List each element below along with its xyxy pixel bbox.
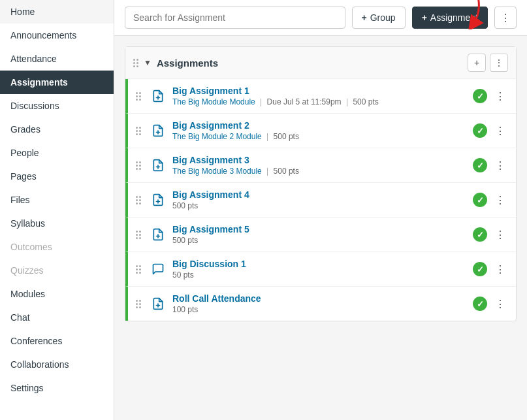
section-actions: + ⋮ (468, 54, 508, 72)
row-more-button[interactable]: ⋮ (492, 296, 508, 312)
table-row: Roll Call Attendance 100 pts ⋮ (125, 287, 516, 321)
assignment-info: Big Assignment 1 The Big Module Module |… (172, 86, 468, 106)
assignment-meta: 50 pts (172, 270, 468, 280)
table-row: Big Assignment 2 The Big Module 2 Module… (125, 114, 516, 148)
sidebar-item-assignments[interactable]: Assignments (0, 71, 114, 94)
assignment-type-icon (149, 191, 167, 209)
published-check-icon[interactable] (473, 193, 487, 207)
assignment-title[interactable]: Roll Call Attendance (172, 293, 468, 304)
content-area: ▼ Assignments + ⋮ (114, 36, 527, 420)
main-content: + Group + Assignment ⋮ (114, 0, 527, 420)
row-drag-handle[interactable] (136, 231, 141, 239)
assignment-list: Big Assignment 1 The Big Module Module |… (125, 79, 516, 321)
row-drag-handle[interactable] (136, 196, 141, 204)
sidebar-item-people[interactable]: People (0, 141, 114, 165)
sidebar-item-settings[interactable]: Settings (0, 376, 114, 400)
assignment-info: Big Assignment 5 500 pts (172, 224, 468, 245)
assignment-type-icon (149, 225, 167, 244)
assignment-type-icon (149, 87, 167, 105)
assignment-meta: The Big Module Module | Due Jul 5 at 11:… (172, 97, 468, 106)
assignment-title[interactable]: Big Assignment 2 (172, 120, 468, 131)
assignments-section: ▼ Assignments + ⋮ (125, 46, 517, 321)
sidebar-item-files[interactable]: Files (0, 188, 114, 212)
assignment-type-icon (149, 295, 167, 313)
table-row: Big Assignment 5 500 pts ⋮ (125, 218, 516, 252)
sidebar-item-modules[interactable]: Modules (0, 282, 114, 306)
row-drag-handle[interactable] (136, 265, 141, 274)
assignment-meta: 500 pts (172, 201, 468, 210)
assignment-button[interactable]: + Assignment (412, 7, 488, 29)
sidebar-item-home[interactable]: Home (0, 0, 114, 24)
table-row: Big Assignment 4 500 pts ⋮ (125, 183, 516, 218)
table-row: Big Discussion 1 50 pts ⋮ (125, 252, 516, 287)
assignment-meta: The Big Module 2 Module | 500 pts (172, 132, 468, 141)
section-title: Assignments (157, 57, 462, 69)
row-more-button[interactable]: ⋮ (492, 88, 508, 104)
row-more-button[interactable]: ⋮ (492, 123, 508, 138)
assignment-title[interactable]: Big Assignment 3 (172, 155, 468, 165)
published-check-icon[interactable] (473, 123, 487, 138)
assignment-title[interactable]: Big Discussion 1 (172, 259, 468, 269)
section-collapse-icon[interactable]: ▼ (144, 58, 152, 67)
assignment-title[interactable]: Big Assignment 1 (172, 86, 468, 96)
assignment-meta: 500 pts (172, 236, 468, 245)
published-check-icon[interactable] (473, 89, 487, 103)
assignment-info: Roll Call Attendance 100 pts (172, 293, 468, 314)
sidebar-item-chat[interactable]: Chat (0, 306, 114, 329)
section-drag-handle[interactable] (133, 59, 138, 67)
sidebar-item-quizzes: Quizzes (0, 259, 114, 282)
section-add-button[interactable]: + (468, 54, 486, 72)
row-drag-handle[interactable] (136, 161, 141, 170)
section-header: ▼ Assignments + ⋮ (125, 47, 516, 79)
more-icon: ⋮ (494, 57, 503, 68)
more-icon: ⋮ (500, 12, 511, 24)
row-drag-handle[interactable] (136, 92, 141, 101)
row-more-button[interactable]: ⋮ (492, 261, 508, 277)
table-row: Big Assignment 3 The Big Module 3 Module… (125, 148, 516, 183)
plus-icon-white: + (422, 12, 427, 23)
row-more-button[interactable]: ⋮ (492, 227, 508, 242)
sidebar-item-grades[interactable]: Grades (0, 118, 114, 141)
section-more-button[interactable]: ⋮ (490, 54, 508, 72)
assignment-info: Big Assignment 3 The Big Module 3 Module… (172, 155, 468, 176)
row-drag-handle[interactable] (136, 300, 141, 308)
sidebar-item-attendance[interactable]: Attendance (0, 47, 114, 71)
sidebar-item-announcements[interactable]: Announcements (0, 24, 114, 47)
assignment-title[interactable]: Big Assignment 5 (172, 224, 468, 234)
assignment-meta: 100 pts (172, 305, 468, 314)
sidebar-item-outcomes: Outcomes (0, 235, 114, 259)
assignment-info: Big Discussion 1 50 pts (172, 259, 468, 280)
sidebar-item-syllabus[interactable]: Syllabus (0, 212, 114, 235)
search-input[interactable] (125, 7, 345, 29)
plus-icon: + (362, 12, 367, 23)
sidebar: HomeAnnouncementsAttendanceAssignmentsDi… (0, 0, 114, 420)
assignment-info: Big Assignment 2 The Big Module 2 Module… (172, 120, 468, 141)
table-row: Big Assignment 1 The Big Module Module |… (125, 79, 516, 114)
sidebar-item-conferences[interactable]: Conferences (0, 329, 114, 353)
sidebar-item-pages[interactable]: Pages (0, 165, 114, 188)
sidebar-item-discussions[interactable]: Discussions (0, 94, 114, 118)
assignment-type-icon (149, 156, 167, 174)
published-check-icon[interactable] (473, 262, 487, 276)
group-button[interactable]: + Group (352, 7, 406, 29)
row-drag-handle[interactable] (136, 127, 141, 135)
published-check-icon[interactable] (473, 297, 487, 311)
sidebar-item-collaborations[interactable]: Collaborations (0, 353, 114, 376)
row-more-button[interactable]: ⋮ (492, 192, 508, 208)
assignment-title[interactable]: Big Assignment 4 (172, 189, 468, 200)
row-more-button[interactable]: ⋮ (492, 157, 508, 173)
published-check-icon[interactable] (473, 227, 487, 242)
assignment-type-icon (149, 121, 167, 140)
assignment-info: Big Assignment 4 500 pts (172, 189, 468, 210)
published-check-icon[interactable] (473, 158, 487, 172)
plus-icon: + (474, 57, 479, 68)
topbar-more-button[interactable]: ⋮ (494, 7, 517, 29)
assignment-type-icon (149, 260, 167, 278)
topbar: + Group + Assignment ⋮ (114, 0, 527, 36)
assignment-meta: The Big Module 3 Module | 500 pts (172, 167, 468, 176)
